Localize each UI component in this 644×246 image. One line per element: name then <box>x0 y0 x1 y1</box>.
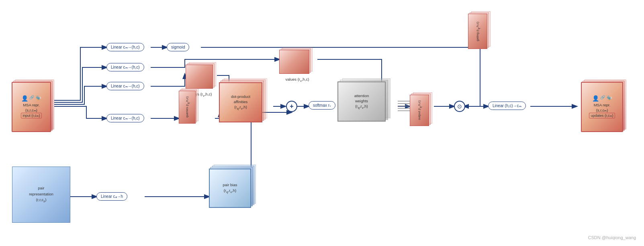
pair-repr-label: pairrepresentation(r,r,cz) <box>29 185 53 203</box>
pair-bias-label: pair bias(rq,rv,h) <box>223 182 237 194</box>
attention-block: attentionweights(rq,rv,h) <box>337 78 398 124</box>
softmax-box: softmax rᵥ <box>309 101 335 110</box>
gating-block: gating (rq,h,c) <box>468 11 494 53</box>
msa-output-label1: MSA repr. <box>594 103 611 107</box>
queries-label: queries (rq,h,c) <box>185 96 190 118</box>
msa-input-block: 👤 🔗 🦤 MSA repr. (s,r,cₘ) input (r,cₘ) <box>7 78 59 136</box>
watermark: CSDN @huiqiong_wang <box>588 235 636 240</box>
output-label: output (rq,h,c) <box>417 100 422 120</box>
gating-label: gating (rq,h,c) <box>476 22 480 41</box>
linear-cz-pill: Linear c₄→h <box>96 192 127 201</box>
pair-repr-block: pairrepresentation(r,r,cz) <box>12 167 70 223</box>
plus-node: + <box>286 101 297 112</box>
msa-output-label2: (s,r,cₘ) <box>596 108 608 112</box>
msa-input-label3: input (r,cₘ) <box>21 113 42 118</box>
queries-block: queries (rq,h,c) <box>179 88 201 126</box>
msa-output-label3: updates (r,cₘ) <box>589 113 615 118</box>
affinities-block: dot-productaffinities(rq,rv,h) <box>219 78 273 124</box>
diagram-container: 👤 🔗 🦤 MSA repr. (s,r,cₘ) input (r,cₘ) Li… <box>0 0 644 246</box>
linear-values-pill: Linear cₘ→(h,c) <box>106 63 144 71</box>
values-block: values (rv,h,c) <box>279 47 315 83</box>
linear-out-box: Linear (h,c)→cₘ <box>488 102 526 110</box>
values-label: values (rv,h,c) <box>279 77 315 83</box>
linear-queries-pill: Linear cₘ→(h,c) <box>106 114 144 122</box>
arrow-canvas <box>0 0 644 246</box>
linear-keys-pill: Linear cₘ→(h,c) <box>106 82 144 90</box>
hadamard-node: ⊙ <box>454 101 465 112</box>
pair-bias-block: pair bias(rq,rv,h) <box>209 165 261 211</box>
sigmoid-box: sigmoid <box>167 43 189 51</box>
msa-input-label1: MSA repr. <box>23 103 40 107</box>
linear-sigmoid-pill: Linear cₘ→(h,c) <box>106 43 144 51</box>
affinities-label: dot-productaffinities(rq,rv,h) <box>231 94 250 111</box>
msa-input-label2: (s,r,cₘ) <box>25 108 37 112</box>
msa-output-block: 👤 🔗 🦤 MSA repr. (s,r,cₘ) updates (r,cₘ) <box>577 78 633 136</box>
output-block: output (rq,h,c) <box>410 92 436 128</box>
attention-label: attentionweights(rq,rv,h) <box>354 93 369 110</box>
